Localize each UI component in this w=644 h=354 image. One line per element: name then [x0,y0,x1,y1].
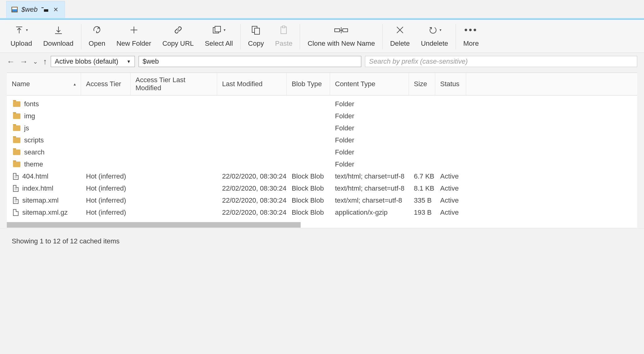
search-input[interactable]: Search by prefix (case-sensitive) [365,56,637,67]
copy-url-button[interactable]: Copy URL [157,23,199,51]
close-tab-icon[interactable]: ✕ [52,6,60,13]
download-icon [54,25,63,35]
undelete-icon: ▾ [428,25,441,35]
col-blob-type[interactable]: Blob Type [287,73,330,95]
svg-rect-7 [215,26,221,32]
col-size[interactable]: Size [409,73,435,95]
clone-icon [334,25,348,35]
table-row[interactable]: fontsFolder [7,98,637,110]
grid-header: Name▴ Access Tier Access Tier Last Modif… [7,73,637,95]
svg-rect-9 [255,28,260,34]
col-atlm[interactable]: Access Tier Last Modified [131,73,217,95]
copy-label: Copy [248,40,264,48]
status-bar: Showing 1 to 12 of 12 cached items [0,228,644,254]
path-input[interactable]: $web [139,56,361,67]
table-row[interactable]: sitemap.xml.gzHot (inferred)22/02/2020, … [7,206,637,218]
undelete-button[interactable]: ▾ Undelete [415,23,454,51]
table-row[interactable]: 404.htmlHot (inferred)22/02/2020, 08:30:… [7,170,637,182]
folder-icon [13,125,20,131]
select-all-icon: ▾ [213,25,225,35]
folder-icon [13,150,20,155]
upload-label: Upload [11,40,32,48]
folder-icon [13,137,20,143]
table-row[interactable]: jsFolder [7,122,637,134]
path-text: $web [143,57,159,65]
sort-asc-icon: ▴ [74,82,76,86]
separator [300,24,300,49]
more-button[interactable]: ••• More [458,23,484,51]
clone-label: Clone with New Name [307,40,375,48]
scrollbar-thumb[interactable] [7,222,301,228]
col-content-type[interactable]: Content Type [330,73,409,95]
select-all-button[interactable]: ▾ Select All [199,23,238,51]
delete-button[interactable]: Delete [384,23,415,51]
tab-web[interactable]: $web ✕ [6,1,65,18]
download-button[interactable]: Download [38,23,79,51]
svg-rect-12 [335,29,340,32]
navigation-bar: ← → ⌄ ↑ Active blobs (default) ▼ $web Se… [0,53,644,70]
col-last-modified[interactable]: Last Modified [217,73,287,95]
nav-up-icon[interactable]: ↑ [43,57,47,65]
delete-icon [395,25,405,35]
paste-label: Paste [275,40,292,48]
separator [382,24,383,49]
filter-value: Active blobs (default) [55,57,118,65]
open-button[interactable]: Open [83,23,111,51]
file-icon [13,197,19,204]
blob-filter-select[interactable]: Active blobs (default) ▼ [51,56,135,67]
svg-rect-13 [343,29,348,32]
new-folder-button[interactable]: New Folder [111,23,157,51]
separator [81,24,81,49]
copy-url-label: Copy URL [162,40,194,48]
undelete-label: Undelete [421,40,448,48]
file-icon [13,209,19,216]
upload-icon: ▾ [15,25,28,35]
separator [456,24,456,49]
col-name[interactable]: Name▴ [7,73,81,95]
nav-back-icon[interactable]: ← [7,57,15,65]
select-all-label: Select All [205,40,233,48]
tab-strip: $web ✕ [0,0,644,19]
copy-icon [251,25,261,35]
toolbar: ▾ Upload Download Open New Folder [0,19,644,53]
col-access-tier[interactable]: Access Tier [81,73,131,95]
clone-button[interactable]: Clone with New Name [302,23,380,51]
horizontal-scrollbar[interactable] [7,222,637,228]
table-row[interactable]: scriptsFolder [7,134,637,146]
tab-decorator-icon [41,7,48,12]
table-row[interactable]: css Folder [7,95,637,98]
svg-rect-11 [282,26,285,28]
search-placeholder: Search by prefix (case-sensitive) [369,57,468,65]
open-icon [92,25,101,35]
copy-button[interactable]: Copy [243,23,269,51]
grid-body: css Folder fontsFolderimgFolderjsFolders… [7,95,637,222]
tab-title: $web [21,6,38,14]
folder-icon [13,113,20,119]
status-text: Showing 1 to 12 of 12 cached items [12,237,120,245]
paste-button[interactable]: Paste [269,23,298,51]
table-row[interactable]: imgFolder [7,110,637,122]
table-row[interactable]: searchFolder [7,146,637,158]
container-icon [11,7,18,12]
chevron-down-icon: ▼ [127,59,131,64]
file-icon [13,185,19,192]
more-icon: ••• [464,25,478,35]
nav-down-icon[interactable]: ⌄ [33,58,38,65]
table-row[interactable]: index.htmlHot (inferred)22/02/2020, 08:3… [7,182,637,194]
link-icon [174,25,183,35]
table-row[interactable]: themeFolder [7,158,637,170]
paste-icon [279,25,288,35]
download-label: Download [43,40,74,48]
nav-forward-icon[interactable]: → [20,57,28,65]
col-status[interactable]: Status [435,73,466,95]
plus-icon [129,25,139,35]
delete-label: Delete [390,40,410,48]
table-row[interactable]: sitemap.xmlHot (inferred)22/02/2020, 08:… [7,194,637,206]
separator [240,24,241,49]
new-folder-label: New Folder [116,40,151,48]
open-label: Open [89,40,105,48]
folder-icon [13,101,20,107]
file-icon [13,173,19,180]
upload-button[interactable]: ▾ Upload [5,23,38,51]
more-label: More [463,40,479,48]
